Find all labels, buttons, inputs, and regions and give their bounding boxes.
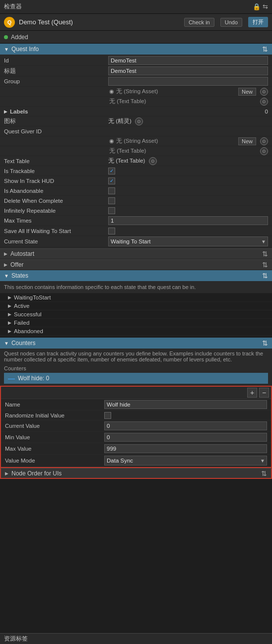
state-waiting-label: WaitingToStart	[14, 294, 51, 300]
states-label: States	[11, 272, 28, 279]
group-row: Group	[0, 76, 272, 87]
title-label: 标题	[4, 67, 108, 75]
state-item-waiting[interactable]: ▶ WaitingToStart	[0, 293, 272, 302]
string-asset-2-new-btn[interactable]: New	[238, 137, 256, 145]
counter-current-label: Current Value	[5, 423, 104, 429]
counter-wolf-hide[interactable]: — Wolf hide: 0	[4, 373, 268, 384]
counter-name-input[interactable]	[104, 400, 267, 409]
text-table-3-circle-btn[interactable]: ⊙	[149, 157, 157, 165]
state-item-failed[interactable]: ▶ Failed	[0, 319, 272, 327]
state-abandoned-label: Abandoned	[14, 328, 43, 334]
current-state-label: Current State	[4, 238, 108, 244]
counter-wolf-hide-label: Wolf hide: 0	[18, 375, 49, 382]
infinitely-repeatable-label: Infinitely Repeatable	[4, 208, 108, 214]
more-icon[interactable]: ⇆	[263, 3, 268, 10]
trackable-checkbox[interactable]	[108, 168, 115, 175]
id-row: Id	[0, 56, 272, 66]
status-row: Added	[0, 31, 272, 44]
counters-arrow: ▼	[4, 341, 9, 346]
counter-name-label: Name	[5, 402, 104, 408]
counter-collapse-icon: —	[8, 374, 15, 382]
trackable-label: Is Trackable	[4, 168, 108, 174]
string-asset-1-row: ◉ 无 (String Asset) New ⊙	[0, 87, 272, 97]
text-table-1-value: 无 (Text Table)	[109, 98, 258, 105]
open-button[interactable]: 打开	[248, 17, 268, 27]
spacer	[0, 479, 272, 603]
state-item-abandoned[interactable]: ▶ Abandoned	[0, 327, 272, 336]
text-table-1-circle-btn[interactable]: ⊙	[260, 98, 268, 106]
node-order-arrow: ▶	[5, 471, 8, 476]
delete-complete-checkbox[interactable]	[108, 197, 115, 204]
counters-right: ⇅	[262, 339, 268, 347]
node-order-right: ⇅	[261, 469, 267, 477]
header-row: Q Demo Test (Quest) Check in Undo 打开	[0, 14, 272, 31]
string-asset-new-btn[interactable]: New	[238, 88, 256, 96]
counter-form: Name Randomize Initial Value Current Val…	[1, 399, 271, 467]
string-asset-2-circle-btn[interactable]: ⊙	[260, 137, 268, 145]
labels-row: ▶ Labels 0	[0, 107, 272, 117]
undo-button[interactable]: Undo	[220, 18, 242, 27]
save-all-checkbox[interactable]	[108, 228, 115, 234]
counters-description: Quest nodes can track activity using any…	[4, 351, 268, 362]
labels-arrow: ▶	[4, 109, 7, 114]
infinitely-repeatable-row: Infinitely Repeatable	[0, 206, 272, 216]
string-asset-2-value: 无 (String Asset)	[116, 137, 238, 145]
counter-mode-row: Value Mode Data Sync Local None ▼	[1, 455, 271, 467]
text-table-3-row: Text Table 无 (Text Table) ⊙	[0, 156, 272, 166]
infinitely-repeatable-checkbox[interactable]	[108, 207, 115, 214]
save-all-label: Save All If Waiting To Start	[4, 228, 108, 234]
remove-counter-btn[interactable]: −	[259, 388, 269, 398]
string-asset-circle-btn[interactable]: ⊙	[260, 88, 268, 96]
counter-max-label: Max Value	[5, 446, 104, 452]
icon-circle-btn[interactable]: ⊙	[135, 117, 143, 125]
states-header[interactable]: ▼ States ⇅	[0, 270, 272, 281]
autostart-header[interactable]: ▶ Autostart ⇅	[0, 248, 272, 259]
text-table-2-circle-btn[interactable]: ⊙	[260, 147, 268, 155]
text-table-3-value: 无 (Text Table) ⊙	[108, 157, 268, 165]
bottom-tab: 资源标签	[0, 633, 272, 644]
counter-min-label: Min Value	[5, 434, 104, 440]
counter-mode-select[interactable]: Data Sync Local None	[104, 456, 267, 466]
checkin-button[interactable]: Check in	[184, 18, 214, 27]
group-input[interactable]	[108, 77, 268, 86]
counters-header[interactable]: ▼ Counters ⇅	[0, 338, 272, 349]
autostart-arrow: ▶	[4, 251, 7, 256]
id-label: Id	[4, 58, 108, 63]
states-info: This section contains information specif…	[0, 281, 272, 293]
node-order-header[interactable]: ▶ Node Order for UIs ⇅	[0, 468, 272, 479]
quest-info-header[interactable]: ▼ Quest Info ⇅	[0, 44, 272, 55]
current-state-select[interactable]: Waiting To Start Active Successful Faile…	[108, 236, 268, 246]
string-asset-2-row: ◉ 无 (String Asset) New ⊙	[0, 136, 272, 146]
state-item-successful[interactable]: ▶ Successful	[0, 310, 272, 319]
lock-icon[interactable]: 🔒	[253, 3, 261, 10]
circle-icon-2: ◉	[109, 138, 114, 144]
offer-label: Offer	[10, 261, 23, 268]
group-label: Group	[4, 78, 108, 84]
counter-current-input[interactable]	[104, 421, 267, 430]
title-input[interactable]	[108, 66, 268, 75]
circle-icon-1: ◉	[109, 88, 114, 95]
save-all-row: Save All If Waiting To Start	[0, 226, 272, 236]
counters-list-label: Counters	[4, 365, 268, 371]
counter-randomize-checkbox[interactable]	[104, 412, 111, 419]
counter-min-input[interactable]	[104, 433, 267, 442]
state-item-active[interactable]: ▶ Active	[0, 302, 272, 310]
max-times-input[interactable]	[108, 216, 268, 225]
counter-randomize-row: Randomize Initial Value	[1, 410, 271, 420]
counter-detail-box: + − Name Randomize Initial Value Current…	[0, 386, 272, 468]
successful-arrow: ▶	[8, 312, 11, 317]
counter-min-row: Min Value	[1, 432, 271, 443]
autostart-right: ⇅	[262, 250, 268, 258]
counter-max-input[interactable]	[104, 444, 267, 453]
id-input[interactable]	[108, 56, 268, 65]
counter-name-row: Name	[1, 399, 271, 410]
states-description: This section contains information specif…	[4, 284, 196, 290]
state-failed-label: Failed	[14, 320, 29, 326]
offer-header[interactable]: ▶ Offer ⇅	[0, 259, 272, 270]
states-arrow: ▼	[4, 273, 9, 279]
waiting-arrow: ▶	[8, 295, 11, 300]
labels-label: Labels	[10, 109, 265, 115]
show-hud-checkbox[interactable]	[108, 177, 115, 184]
abandonable-checkbox[interactable]	[108, 187, 115, 194]
add-counter-btn[interactable]: +	[247, 388, 257, 398]
